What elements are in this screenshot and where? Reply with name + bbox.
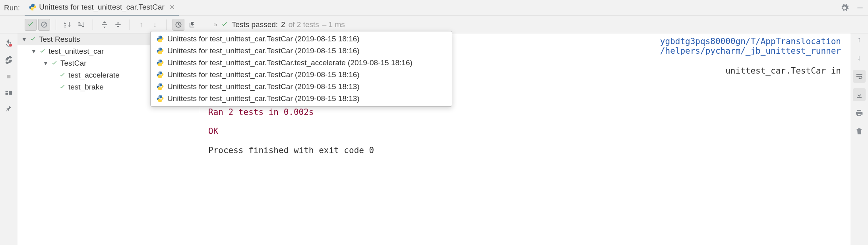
run-tab-title: Unittests for test_unittest_car.TestCar [39,3,165,12]
collapse-all-icon[interactable] [112,19,124,31]
chevron-down-icon[interactable]: ▼ [21,36,27,43]
history-item[interactable]: Unittests for test_unittest_car.TestCar.… [151,57,452,69]
chevron-down-icon[interactable]: ▼ [43,60,48,66]
expand-all-icon[interactable] [99,19,110,31]
summary-of: of 2 tests [289,20,319,29]
svg-rect-2 [6,93,8,95]
stop-icon[interactable]: ■ [7,72,11,81]
history-item[interactable]: Unittests for test_unittest_car.TestCar … [151,93,452,105]
next-failed-icon[interactable]: ↓ [149,19,161,31]
svg-line-6 [42,23,46,27]
console-ok: OK [208,126,843,136]
minimize-icon[interactable] [856,4,864,12]
python-icon [156,95,164,103]
history-item-label: Unittests for test_unittest_car.TestCar … [167,35,360,43]
history-item-label: Unittests for test_unittest_car.TestCar … [167,94,360,103]
prev-failed-icon[interactable]: ↑ [136,19,147,31]
tree-test-label: test_brake [68,83,104,91]
tree-class-label: TestCar [60,59,86,68]
check-icon [39,48,46,55]
sort-duration-icon[interactable] [75,19,87,31]
history-item[interactable]: Unittests for test_unittest_car.TestCar … [151,45,452,57]
history-item-label: Unittests for test_unittest_car.TestCar … [167,47,360,55]
up-arrow-icon[interactable]: ↑ [853,33,866,46]
chevron-right-icon: » [214,21,217,28]
history-dropdown: Unittests for test_unittest_car.TestCar … [150,31,452,107]
chevron-down-icon[interactable]: ▼ [31,48,37,54]
history-item[interactable]: Unittests for test_unittest_car.TestCar … [151,33,452,45]
check-icon [59,72,66,79]
check-icon [51,60,58,67]
python-icon [156,71,164,79]
console-ran: Ran 2 tests in 0.002s [208,107,843,117]
check-icon [59,84,66,91]
history-item-label: Unittests for test_unittest_car.TestCar … [167,70,360,79]
test-summary: » Tests passed: 2 of 2 tests – 1 ms [214,20,345,29]
python-icon [156,83,164,91]
trash-icon[interactable] [853,125,866,138]
python-icon [156,59,164,67]
svg-rect-1 [6,91,8,92]
show-ignored-toggle[interactable] [38,19,50,31]
tree-root-label: Test Results [39,35,80,44]
run-tab[interactable]: Unittests for test_unittest_car.TestCar … [25,0,179,16]
scroll-to-end-icon[interactable] [853,88,866,101]
summary-prefix: Tests passed: [232,20,278,29]
import-tests-icon[interactable] [186,19,198,31]
python-icon [156,47,164,55]
print-icon[interactable] [853,107,866,119]
history-item[interactable]: Unittests for test_unittest_car.TestCar … [151,81,452,93]
toggle-auto-test-icon[interactable] [4,56,13,64]
tree-module-label: test_unittest_car [48,47,104,56]
svg-point-0 [9,44,12,47]
run-panel-label: Run: [4,4,25,12]
python-icon [156,35,164,43]
svg-rect-4 [857,8,862,8]
svg-rect-3 [9,91,12,95]
history-item-label: Unittests for test_unittest_car.TestCar.… [167,58,413,67]
pin-icon[interactable] [5,105,13,113]
tree-test-label: test_accelerate [68,71,120,80]
close-tab-icon[interactable]: ✕ [169,3,175,12]
summary-count: 2 [281,20,285,29]
rerun-failed-icon[interactable] [4,39,13,48]
gear-icon[interactable] [840,4,849,12]
test-history-icon[interactable] [172,19,184,31]
console-exit: Process finished with exit code 0 [208,146,843,155]
show-passed-toggle[interactable] [25,19,37,31]
history-item-label: Unittests for test_unittest_car.TestCar … [167,82,360,91]
history-item[interactable]: Unittests for test_unittest_car.TestCar … [151,69,452,81]
check-icon [221,21,229,29]
layout-icon[interactable] [5,89,13,97]
check-icon [29,36,37,43]
sort-alpha-icon[interactable] [62,19,74,31]
down-arrow-icon[interactable]: ↓ [853,52,866,64]
python-icon [29,3,37,11]
soft-wrap-icon[interactable] [853,70,866,83]
summary-time: – 1 ms [322,20,345,29]
